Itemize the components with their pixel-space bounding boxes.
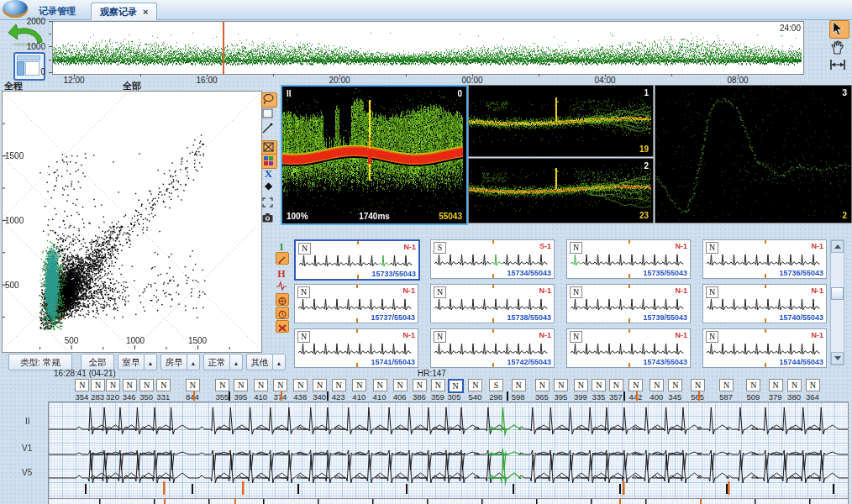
template-strip[interactable]: N N-1 15744/55043 (702, 328, 827, 368)
tab-observation-record[interactable]: 观察记录× (91, 3, 157, 20)
filter-pvc-button[interactable]: 室早 (118, 354, 145, 370)
density-panel-2[interactable]: 2 23 (468, 158, 654, 223)
density-canvas-2[interactable] (469, 159, 651, 221)
beat-label-badge[interactable]: N (448, 379, 464, 393)
template-strip[interactable]: N N-1 15740/55043 (702, 284, 827, 323)
beat-label-badge[interactable]: N (352, 379, 366, 391)
expand-icon[interactable] (261, 197, 276, 210)
density-canvas-3[interactable] (655, 86, 849, 221)
filter-other-arrow[interactable]: ▲ (272, 354, 286, 370)
template-strip[interactable]: N N-1 15733/55043 (294, 239, 420, 281)
measure-width-tool-icon[interactable] (829, 58, 848, 75)
beat-label-badge[interactable]: N (215, 379, 229, 391)
rect-select-icon[interactable] (261, 108, 276, 121)
poincare-canvas[interactable] (3, 92, 260, 350)
filter-pac-button[interactable]: 房早 (160, 354, 187, 370)
template-strip[interactable]: N N-1 15743/55043 (566, 328, 691, 368)
beat-label-badge[interactable]: N (592, 379, 606, 391)
scroll-up-arrow[interactable] (831, 240, 844, 253)
edit-pencil-icon[interactable] (276, 252, 289, 265)
template-strip[interactable]: N N-1 15742/55043 (430, 328, 555, 368)
filter-normal-button[interactable]: 正常 (203, 354, 230, 370)
template-strip[interactable]: N N-1 15735/55043 (566, 239, 691, 279)
beat-label-badge[interactable]: N (106, 379, 120, 391)
beat-label-badge[interactable]: N (554, 379, 568, 391)
beat-label-badge[interactable]: N (574, 379, 588, 391)
beat-label-badge[interactable]: N (186, 379, 200, 391)
template-strip[interactable]: N N-1 15741/55043 (294, 328, 418, 368)
beat-label-badge[interactable]: N (468, 379, 482, 391)
beat-label-badge[interactable]: N (293, 379, 308, 391)
beat-label-badge[interactable]: N (254, 379, 268, 391)
beat-label-badge[interactable]: N (123, 379, 137, 391)
template-strip[interactable]: N N-1 15737/55043 (294, 284, 418, 323)
beat-label-badge[interactable]: N (75, 379, 89, 391)
template-strip[interactable]: S S-1 15734/55043 (430, 239, 555, 279)
merge-target-icon[interactable] (276, 293, 289, 306)
template-scrollbar[interactable] (830, 239, 844, 365)
delete-cross-icon[interactable] (276, 320, 289, 333)
density-panel-3[interactable]: 3 2 (655, 85, 852, 223)
diamond-icon[interactable]: ◆ (261, 180, 276, 193)
pan-hand-tool-icon[interactable] (829, 39, 848, 56)
superimposition-canvas[interactable] (282, 87, 463, 220)
rr-trend-chart[interactable]: 24:00 (52, 21, 804, 75)
trend-xlabel: 20:00 (321, 76, 358, 85)
trend-cursor-line[interactable] (223, 22, 224, 74)
lasso-select-icon[interactable] (261, 92, 277, 108)
type-button[interactable]: 类型: 常规 (8, 354, 72, 370)
beat-label-badge[interactable]: N (413, 379, 427, 391)
template-strip[interactable]: N N-1 15738/55043 (430, 284, 555, 323)
beat-label-badge[interactable]: N (746, 379, 760, 391)
beat-label-badge[interactable]: N (512, 379, 526, 391)
beat-label-badge[interactable]: N (806, 379, 820, 391)
beat-label-badge[interactable]: N (273, 379, 287, 391)
beat-label-badge[interactable]: S (489, 379, 503, 391)
ecg-canvas[interactable] (49, 402, 848, 498)
template-strip[interactable]: N N-1 15739/55043 (566, 284, 691, 323)
tab-close-icon[interactable]: × (143, 7, 148, 17)
beat-label-badge[interactable]: N (628, 379, 643, 391)
snapshot-camera-icon[interactable] (261, 212, 276, 225)
beat-label-badge[interactable]: N (650, 379, 664, 391)
beat-label-badge[interactable]: N (332, 379, 346, 391)
filter-normal-arrow[interactable]: ▲ (229, 354, 243, 370)
beat-label-badge[interactable]: N (535, 379, 550, 391)
beat-label-badge[interactable]: N (668, 379, 682, 391)
ecg-strip-viewer[interactable] (48, 402, 849, 499)
filter-pvc-arrow[interactable]: ▲ (144, 354, 157, 370)
filter-all-button[interactable]: 全部 (81, 354, 114, 370)
template-strip[interactable]: N N-1 15736/55043 (702, 239, 827, 279)
ibeam-icon[interactable]: I (276, 239, 287, 249)
waveform-icon[interactable] (276, 279, 287, 290)
panel-count: 23 (639, 211, 649, 220)
superimposition-panel[interactable]: II 0 100% 1740ms 55043 (281, 85, 468, 225)
filter-pac-arrow[interactable]: ▲ (187, 354, 200, 370)
beat-label-badge[interactable]: N (609, 379, 623, 391)
beat-label-badge[interactable]: N (373, 379, 387, 391)
density-panel-1[interactable]: 1 19 (468, 85, 654, 157)
beat-label-badge[interactable]: N (393, 379, 408, 391)
rr-trend-canvas[interactable] (53, 22, 802, 72)
scrollbar-thumb[interactable] (831, 287, 844, 300)
history-clock-icon[interactable] (276, 307, 289, 319)
beat-label-badge[interactable]: N (787, 379, 802, 391)
scroll-down-arrow[interactable] (831, 352, 844, 365)
density-canvas-1[interactable] (469, 86, 651, 155)
beat-label-badge[interactable]: N (234, 379, 248, 391)
line-tool-icon[interactable] (261, 123, 276, 136)
beat-label-badge[interactable]: N (91, 379, 105, 391)
beat-label-badge[interactable]: N (313, 379, 327, 391)
caliper-icon[interactable]: H (276, 265, 287, 276)
beat-label-badge[interactable]: N (156, 379, 171, 391)
beat-label-badge[interactable]: N (139, 379, 154, 391)
clear-x-icon[interactable]: X (261, 167, 276, 181)
ecg-next-strip[interactable] (48, 498, 849, 504)
beat-label-badge[interactable]: N (769, 379, 783, 391)
poincare-scatter-plot[interactable]: 1500 1000 500 500 1000 1500 (2, 91, 262, 353)
filter-other-button[interactable]: 其他 (246, 354, 273, 370)
beat-label-badge[interactable]: N (431, 379, 445, 391)
pointer-tool-icon[interactable] (829, 20, 849, 39)
beat-label-badge[interactable]: N (719, 379, 734, 391)
beat-label-badge[interactable]: N (691, 379, 705, 391)
